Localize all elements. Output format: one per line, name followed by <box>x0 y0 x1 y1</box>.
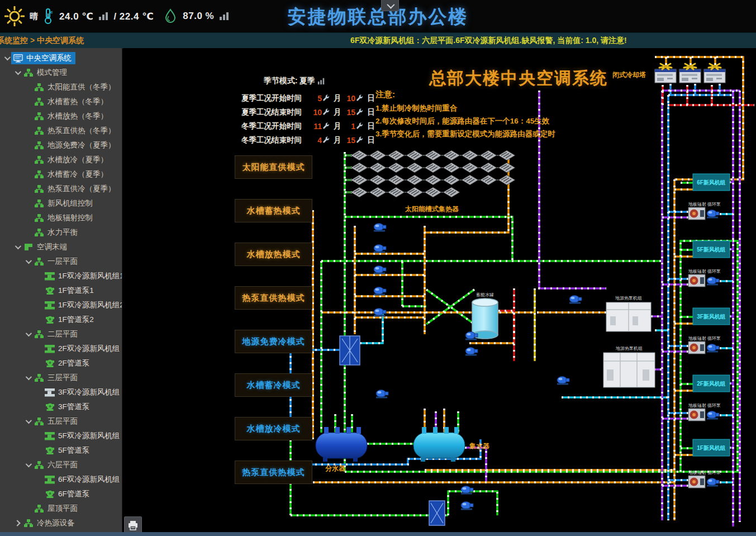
sidebar-item-空调末端[interactable]: 空调末端 <box>0 240 122 254</box>
sidebar-item-body[interactable]: 1F管道泵2 <box>43 314 98 326</box>
sidebar-item-二层平面[interactable]: 二层平面 <box>0 327 122 341</box>
sidebar-item-水槽蓄冷（夏季）[interactable]: 水槽蓄冷（夏季） <box>0 167 122 182</box>
sidebar-item-一层平面[interactable]: 一层平面 <box>0 254 122 269</box>
sidebar-item-太阳能直供（冬季）[interactable]: 太阳能直供（冬季） <box>0 80 122 94</box>
breadcrumb[interactable]: 系统监控 > 中央空调系统 <box>0 36 84 46</box>
radiant-unit-icon <box>688 409 705 421</box>
sidebar-item-3F双冷源新风机组[interactable]: 3F双冷源新风机组 <box>0 385 122 400</box>
sidebar-item-屋顶平面[interactable]: 屋顶平面 <box>0 501 122 516</box>
sidebar-item-水槽放热（冬季）[interactable]: 水槽放热（冬季） <box>0 109 122 124</box>
chevron-down-icon[interactable] <box>2 56 11 60</box>
sidebar-item-body[interactable]: 太阳能直供（冬季） <box>32 81 120 93</box>
floor-unit-label: 5F新风机组 <box>697 246 726 253</box>
sidebar-item-五层平面[interactable]: 五层平面 <box>0 414 122 429</box>
chevron-down-icon[interactable] <box>23 259 32 264</box>
mode-button-4[interactable]: 热泵直供热模式 <box>235 286 312 310</box>
chevron-right-icon[interactable] <box>13 521 22 525</box>
sidebar-item-body[interactable]: 二层平面 <box>32 328 82 340</box>
wrench-icon[interactable] <box>356 94 364 102</box>
sidebar-item-body[interactable]: 冷热源设备 <box>22 517 79 529</box>
sidebar-item-label: 三层平面 <box>47 373 78 383</box>
mode-button-3[interactable]: 水槽放热模式 <box>235 243 312 266</box>
mode-button-7[interactable]: 水槽放冷模式 <box>235 417 312 440</box>
sidebar-item-body[interactable]: 地源免费冷（夏季） <box>32 139 120 151</box>
chevron-down-icon[interactable] <box>13 70 22 75</box>
collapse-header-button[interactable] <box>381 0 399 11</box>
sidebar-item-body[interactable]: 2F管道泵 <box>43 357 93 369</box>
sidebar-item-body[interactable]: 1F双冷源新风机组2 <box>43 299 122 311</box>
sidebar-item-body[interactable]: 六层平面 <box>32 459 82 471</box>
chevron-down-icon[interactable] <box>23 463 32 467</box>
sidebar-item-地板辐射控制[interactable]: 地板辐射控制 <box>0 211 122 225</box>
sidebar-item-body[interactable]: 热泵直供冷（夏季） <box>32 183 120 195</box>
sidebar-item-冷热源设备[interactable]: 冷热源设备 <box>0 516 122 530</box>
sidebar-item-5F管道泵[interactable]: 5F管道泵 <box>0 443 122 458</box>
sidebar-item-body[interactable]: 五层平面 <box>32 415 82 428</box>
sidebar-item-2F管道泵[interactable]: 2F管道泵 <box>0 356 122 371</box>
sidebar-item-2F双冷源新风机组[interactable]: 2F双冷源新风机组 <box>0 341 122 356</box>
sidebar-item-body[interactable]: 中央空调系统 <box>11 52 75 64</box>
sidebar-item-地源免费冷（夏季）[interactable]: 地源免费冷（夏季） <box>0 138 122 153</box>
sidebar-item-模式管理[interactable]: 模式管理 <box>0 65 122 80</box>
sidebar-item-热泵直供热（冬季）[interactable]: 热泵直供热（冬季） <box>0 124 122 138</box>
sidebar-item-body[interactable]: 3F双冷源新风机组 <box>43 386 122 399</box>
mode-button-6[interactable]: 水槽蓄冷模式 <box>235 373 312 397</box>
mode-button-8[interactable]: 热泵直供热模式 <box>235 461 312 484</box>
sidebar-item-body[interactable]: 水槽放冷（夏季） <box>32 154 112 166</box>
sidebar-item-body[interactable]: 屋顶平面 <box>32 502 82 515</box>
sidebar-item-body[interactable]: 5F双冷源新风机组 <box>43 430 122 442</box>
sidebar-item-1F管道泵2[interactable]: 1F管道泵2 <box>0 312 122 327</box>
sidebar-item-六层平面[interactable]: 六层平面 <box>0 458 122 472</box>
sidebar-item-body[interactable]: 水槽蓄冷（夏季） <box>32 168 112 181</box>
wrench-icon[interactable] <box>322 136 330 144</box>
wrench-icon[interactable] <box>356 136 364 144</box>
sidebar-item-body[interactable]: 热泵直供热（冬季） <box>32 125 120 137</box>
sidebar-item-body[interactable]: 三层平面 <box>32 372 82 384</box>
chevron-down-icon[interactable] <box>23 376 32 380</box>
sidebar-item-body[interactable]: 新风机组控制 <box>32 197 97 210</box>
sidebar-item-body[interactable]: 3F管道泵 <box>43 401 93 413</box>
chevron-down-icon[interactable] <box>23 332 32 336</box>
plate-heat-exchanger <box>429 501 445 525</box>
sidebar-item-body[interactable]: 6F管道泵 <box>43 488 93 500</box>
wrench-icon[interactable] <box>322 94 330 102</box>
sidebar-item-5F双冷源新风机组[interactable]: 5F双冷源新风机组 <box>0 429 122 443</box>
sidebar-item-body[interactable]: 2F双冷源新风机组 <box>43 343 122 355</box>
sidebar-item-1F管道泵1[interactable]: 1F管道泵1 <box>0 283 122 298</box>
sidebar-item-body[interactable]: 1F管道泵1 <box>43 284 98 297</box>
chevron-down-icon[interactable] <box>23 419 32 424</box>
sidebar-item-1F双冷源新风机组2[interactable]: 1F双冷源新风机组2 <box>0 298 122 312</box>
sidebar-item-body[interactable]: 一层平面 <box>32 255 82 268</box>
sidebar-item-body[interactable]: 水槽蓄热（冬季） <box>32 96 112 108</box>
mode-button-5[interactable]: 地源免费冷模式 <box>235 330 312 353</box>
sidebar-item-body[interactable]: 水力平衡 <box>32 226 82 239</box>
mode-button-1[interactable]: 太阳能直供模式 <box>235 155 312 179</box>
sidebar-item-body[interactable]: 5F管道泵 <box>43 444 93 457</box>
wrench-icon[interactable] <box>322 108 330 116</box>
wrench-icon[interactable] <box>322 122 330 130</box>
season-row: 夏季工况结束时间10月15日 <box>241 105 377 119</box>
sidebar-item-body[interactable]: 地板辐射控制 <box>32 212 97 224</box>
floor-unit-box: 2F新风机组 <box>693 375 730 392</box>
wrench-icon[interactable] <box>356 122 364 130</box>
sidebar-item-热泵直供冷（夏季）[interactable]: 热泵直供冷（夏季） <box>0 182 122 196</box>
sidebar-item-body[interactable]: 水槽放热（冬季） <box>32 110 112 122</box>
sidebar-item-水槽蓄热（冬季）[interactable]: 水槽蓄热（冬季） <box>0 94 122 109</box>
sidebar-item-6F管道泵[interactable]: 6F管道泵 <box>0 487 122 501</box>
sidebar-item-3F管道泵[interactable]: 3F管道泵 <box>0 400 122 414</box>
sidebar-item-水力平衡[interactable]: 水力平衡 <box>0 225 122 240</box>
sidebar-item-body[interactable]: 1F双冷源新风机组1 <box>43 270 122 282</box>
sidebar-item-6F双冷源新风机组[interactable]: 6F双冷源新风机组 <box>0 472 122 487</box>
mode-button-2[interactable]: 水槽蓄热模式 <box>235 199 312 222</box>
sidebar-item-body[interactable]: 6F双冷源新风机组 <box>43 473 122 486</box>
wrench-icon[interactable] <box>356 108 364 116</box>
sidebar-item-1F双冷源新风机组1[interactable]: 1F双冷源新风机组1 <box>0 269 122 283</box>
sidebar-item-水槽放冷（夏季）[interactable]: 水槽放冷（夏季） <box>0 153 122 167</box>
sidebar-item-新风机组控制[interactable]: 新风机组控制 <box>0 196 122 211</box>
circulation-pumps <box>374 224 582 510</box>
sidebar-item-中央空调系统[interactable]: 中央空调系统 <box>0 51 122 65</box>
sidebar-item-body[interactable]: 模式管理 <box>22 67 71 79</box>
sidebar-item-三层平面[interactable]: 三层平面 <box>0 371 122 385</box>
chevron-down-icon[interactable] <box>13 245 22 249</box>
sidebar-item-body[interactable]: 空调末端 <box>22 241 71 253</box>
